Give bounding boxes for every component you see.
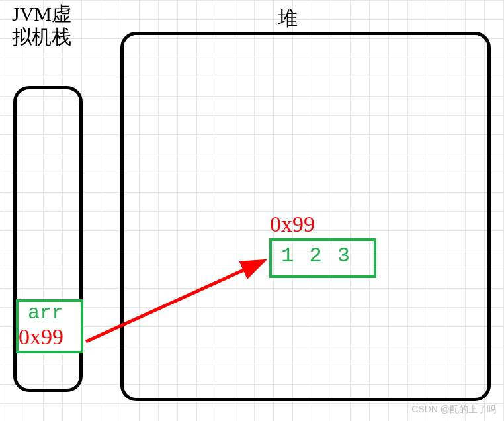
stack-variable-name: arr	[28, 302, 63, 324]
heap-array-values: 1 2 3	[281, 244, 351, 268]
diagram-canvas: JVM虚 拟机栈 堆 arr 0x99 0x99 1 2 3 CSDN @配的上…	[0, 0, 504, 421]
stack-title: JVM虚 拟机栈	[12, 3, 71, 48]
heap-object-address: 0x99	[270, 212, 315, 237]
watermark-text: CSDN @配的上了吗	[411, 404, 496, 416]
stack-variable-address: 0x99	[19, 324, 63, 350]
heap-title: 堆	[278, 5, 298, 32]
